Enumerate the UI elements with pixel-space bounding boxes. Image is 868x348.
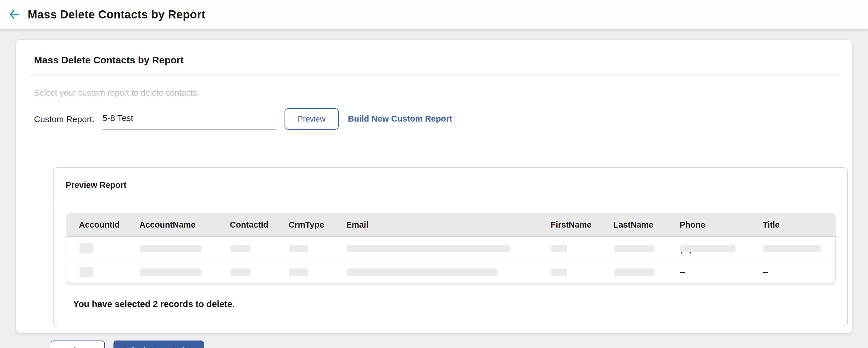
custom-report-input[interactable]: 5-8 Test <box>102 113 276 129</box>
column-header-title: Title <box>749 220 836 229</box>
cell-accountname-redacted <box>127 268 217 276</box>
cell-accountid-redacted <box>66 267 127 277</box>
column-header-firstname: FirstName <box>537 220 600 229</box>
page-title: Mass Delete Contacts by Report <box>28 8 205 21</box>
table-row: – – <box>66 260 835 284</box>
submit-mass-delete-button[interactable]: Submit Mass Delete <box>114 341 204 348</box>
column-header-accountid: AccountId <box>66 220 126 229</box>
card-title: Mass Delete Contacts by Report <box>16 40 852 66</box>
table-row <box>66 237 835 260</box>
cell-lastname-redacted <box>601 244 667 252</box>
action-buttons: Clear Submit Mass Delete <box>51 341 204 348</box>
app-header: Mass Delete Contacts by Report <box>0 0 868 29</box>
selected-records-text: You have selected 2 records to delete. <box>73 299 235 310</box>
cell-accountid-redacted <box>66 243 127 254</box>
table-header-row: AccountId AccountName ContactId CrmType … <box>66 213 836 237</box>
column-header-accountname: AccountName <box>126 220 217 229</box>
build-new-custom-report-link[interactable]: Build New Custom Report <box>348 114 452 123</box>
cell-crmtype-redacted <box>276 244 334 252</box>
cell-email-redacted <box>334 244 538 252</box>
page: Mass Delete Contacts by Report Mass Dele… <box>0 0 868 348</box>
clear-button[interactable]: Clear <box>51 341 105 348</box>
cell-accountname-redacted <box>127 244 217 252</box>
cell-contactid-redacted <box>217 244 276 252</box>
table-body: – – <box>66 237 836 284</box>
preview-button[interactable]: Preview <box>284 108 339 129</box>
phone-text-descenders <box>681 252 691 253</box>
cell-firstname-redacted <box>538 244 601 252</box>
cell-phone-value: – <box>667 267 750 277</box>
card-subtitle: Select your custom report to delete cont… <box>34 88 852 97</box>
preview-report-title: Preview Report <box>54 168 847 190</box>
arrow-left-icon <box>8 8 21 21</box>
custom-report-label: Custom Report: <box>34 114 94 123</box>
column-header-lastname: LastName <box>600 220 666 229</box>
custom-report-form-row: Custom Report: 5-8 Test Preview Build Ne… <box>34 108 852 129</box>
cell-title-redacted <box>750 244 835 252</box>
cell-crmtype-redacted <box>276 268 334 276</box>
preview-panel-divider <box>54 202 847 202</box>
main-card: Mass Delete Contacts by Report Select yo… <box>16 40 852 333</box>
card-divider <box>28 75 840 76</box>
column-header-phone: Phone <box>666 220 749 229</box>
preview-table: AccountId AccountName ContactId CrmType … <box>66 213 836 284</box>
column-header-contactid: ContactId <box>217 220 275 229</box>
cell-lastname-redacted <box>601 268 667 276</box>
column-header-email: Email <box>333 220 537 229</box>
column-header-crmtype: CrmType <box>275 220 333 229</box>
cell-firstname-redacted <box>538 268 601 276</box>
cell-contactid-redacted <box>217 268 276 276</box>
cell-email-redacted <box>334 268 538 276</box>
back-button[interactable] <box>5 5 24 24</box>
cell-title-value: – <box>750 267 835 277</box>
cell-phone-redacted <box>667 244 750 252</box>
preview-report-panel: Preview Report AccountId AccountName Con… <box>53 167 848 327</box>
